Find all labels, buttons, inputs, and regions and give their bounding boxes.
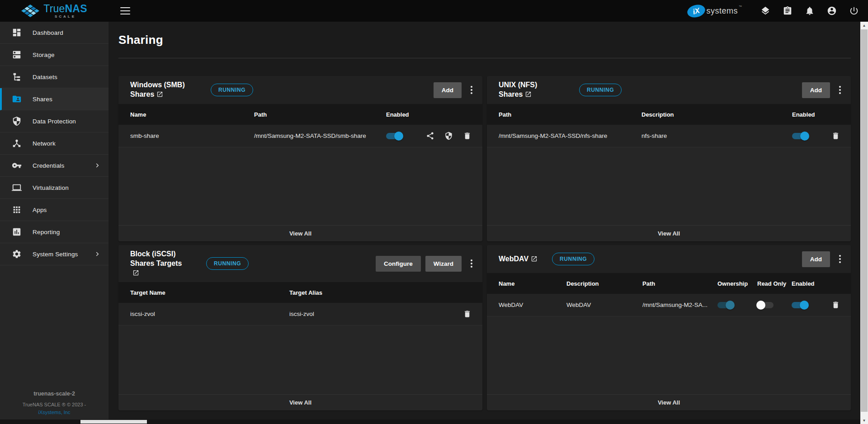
readonly-toggle[interactable] <box>757 302 774 308</box>
scroll-down-arrow-icon[interactable]: ▼ <box>860 417 868 424</box>
wizard-button[interactable]: Wizard <box>425 256 462 272</box>
status-badge-running: RUNNING <box>211 84 253 96</box>
status-badge-running: RUNNING <box>552 253 594 265</box>
page-title: Sharing <box>118 33 851 47</box>
chevron-right-icon <box>94 251 100 257</box>
datasets-tree-icon <box>12 72 22 82</box>
add-button[interactable]: Add <box>802 82 830 98</box>
ownership-toggle[interactable] <box>717 302 734 308</box>
view-all-button[interactable]: View All <box>118 225 482 241</box>
view-all-button[interactable]: View All <box>487 225 851 241</box>
sidebar: Dashboard Storage Datasets Shares Data P… <box>0 22 108 424</box>
more-options-icon[interactable] <box>836 84 844 96</box>
notifications-bell-icon[interactable] <box>805 6 815 16</box>
delete-icon[interactable] <box>463 132 472 140</box>
smb-card-header: Windows (SMB) Shares RUNNING Add <box>118 76 482 104</box>
col-enabled: Enabled <box>792 280 821 287</box>
more-options-icon[interactable] <box>468 84 475 96</box>
external-link-icon[interactable] <box>525 91 532 98</box>
menu-toggle-button[interactable] <box>120 7 130 14</box>
webdav-card-title: WebDAV <box>499 254 538 264</box>
truecommand-icon[interactable] <box>760 6 770 16</box>
account-icon[interactable] <box>827 6 837 16</box>
table-row: smb-share /mnt/Samsung-M2-SATA-SSD/smb-s… <box>118 125 482 147</box>
filesystem-acl-shield-icon[interactable] <box>444 132 453 140</box>
configure-button[interactable]: Configure <box>376 256 421 272</box>
smb-path-cell: /mnt/Samsung-M2-SATA-SSD/smb-share <box>254 132 386 139</box>
col-name: Name <box>130 111 254 118</box>
sidebar-item-apps[interactable]: Apps <box>0 199 108 221</box>
chevron-right-icon <box>94 162 100 169</box>
external-link-icon[interactable] <box>156 91 163 98</box>
view-all-button[interactable]: View All <box>118 394 482 410</box>
smb-card-title: Windows (SMB) Shares <box>130 80 193 99</box>
enabled-toggle[interactable] <box>792 133 808 139</box>
enabled-toggle[interactable] <box>792 302 808 308</box>
key-icon <box>12 160 22 170</box>
shared-folder-icon <box>12 94 22 104</box>
nfs-description-cell: nfs-share <box>642 132 792 139</box>
iscsi-table-header: Target Name Target Alias <box>118 282 482 303</box>
sidebar-item-reporting[interactable]: Reporting <box>0 221 108 243</box>
scroll-up-arrow-icon[interactable]: ▲ <box>860 22 868 29</box>
iscsi-target-alias-cell: iscsi-zvol <box>289 311 453 317</box>
brand-text: TrueNAS SCALE <box>43 4 87 19</box>
nfs-card-title: UNIX (NFS) Shares <box>499 80 561 99</box>
company-link[interactable]: iXsystems, Inc <box>0 409 108 417</box>
card-smb: Windows (SMB) Shares RUNNING Add Name Pa… <box>118 76 482 241</box>
col-read-only: Read Only <box>757 280 792 287</box>
truenas-logo-icon <box>21 4 39 18</box>
app-logo[interactable]: TrueNAS SCALE <box>0 0 108 22</box>
delete-icon[interactable] <box>463 310 472 318</box>
nfs-path-cell: /mnt/Samsung-M2-SATA-SSD/nfs-share <box>499 132 642 139</box>
add-button[interactable]: Add <box>802 251 830 267</box>
col-path: Path <box>499 111 642 118</box>
hostname-label: truenas-scale-2 <box>0 389 108 398</box>
external-link-icon[interactable] <box>132 269 139 276</box>
sidebar-item-storage[interactable]: Storage <box>0 44 108 66</box>
sidebar-item-credentials[interactable]: Credentials <box>0 155 108 177</box>
col-enabled: Enabled <box>386 111 421 118</box>
status-badge-running: RUNNING <box>206 257 249 270</box>
copyright-text: TrueNAS SCALE ® © 2023 - <box>0 401 108 409</box>
dashboard-icon <box>12 28 22 38</box>
sidebar-item-shares[interactable]: Shares <box>0 88 108 110</box>
vertical-scrollbar[interactable]: ▲ ▼ <box>860 22 868 424</box>
webdav-description-cell: WebDAV <box>566 302 642 308</box>
sidebar-item-datasets[interactable]: Datasets <box>0 66 108 88</box>
table-row: /mnt/Samsung-M2-SATA-SSD/nfs-share nfs-s… <box>487 125 851 147</box>
sidebar-item-system-settings[interactable]: System Settings <box>0 243 108 265</box>
external-link-icon[interactable] <box>531 255 538 262</box>
more-options-icon[interactable] <box>468 258 475 269</box>
card-webdav: WebDAV RUNNING Add Name Description Path… <box>487 245 851 410</box>
sidebar-item-data-protection[interactable]: Data Protection <box>0 110 108 132</box>
more-options-icon[interactable] <box>836 253 844 265</box>
report-chart-icon <box>12 227 22 237</box>
enabled-toggle[interactable] <box>386 133 402 139</box>
network-hub-icon <box>12 138 22 148</box>
webdav-path-cell: /mnt/Samsung-M2-SA... <box>642 302 717 308</box>
apps-grid-icon <box>12 205 22 215</box>
power-icon[interactable] <box>849 6 859 16</box>
storage-icon <box>12 50 22 60</box>
col-description: Description <box>566 280 642 287</box>
smb-name-cell: smb-share <box>130 132 254 139</box>
table-row: iscsi-zvol iscsi-zvol <box>118 303 482 325</box>
sidebar-item-network[interactable]: Network <box>0 132 108 155</box>
card-nfs: UNIX (NFS) Shares RUNNING Add Path Descr… <box>487 76 851 241</box>
topbar-actions: iX systems ™ <box>687 5 868 17</box>
jobs-clipboard-icon[interactable] <box>783 6 793 16</box>
vertical-scrollbar-thumb[interactable] <box>861 29 868 412</box>
sidebar-item-dashboard[interactable]: Dashboard <box>0 22 108 44</box>
horizontal-scrollbar[interactable] <box>0 419 860 424</box>
topbar: TrueNAS SCALE iX systems ™ <box>0 0 868 22</box>
view-all-button[interactable]: View All <box>487 394 851 410</box>
delete-icon[interactable] <box>831 301 840 309</box>
sidebar-item-virtualization[interactable]: Virtualization <box>0 177 108 199</box>
add-button[interactable]: Add <box>434 82 462 98</box>
col-description: Description <box>642 111 792 118</box>
share-acl-icon[interactable] <box>426 132 434 140</box>
horizontal-scrollbar-thumb[interactable] <box>80 420 147 424</box>
col-name: Name <box>499 280 566 287</box>
delete-icon[interactable] <box>831 132 840 140</box>
